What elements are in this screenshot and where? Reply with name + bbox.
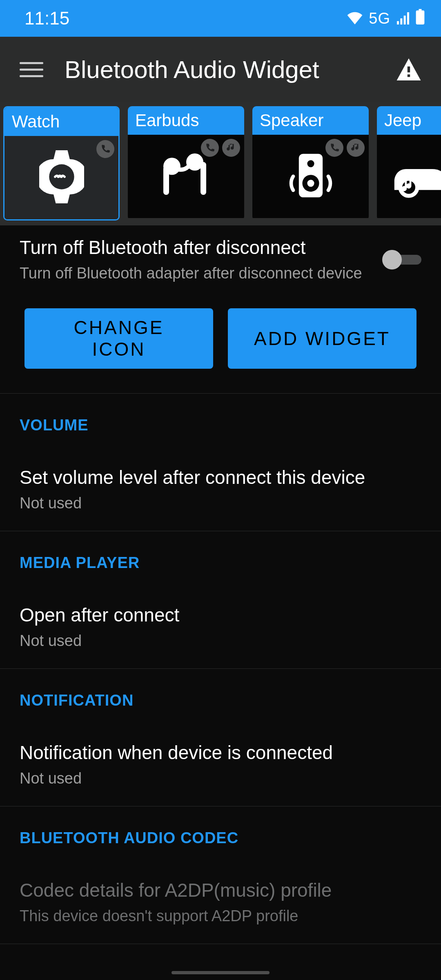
setting-bt-off[interactable]: Turn off Bluetooth after disconnect Turn… [0,225,441,291]
divider [0,944,441,944]
car-icon [389,153,441,200]
settings-list: Turn off Bluetooth after disconnect Turn… [0,225,441,944]
phone-badge-icon [96,140,114,158]
setting-sub: Not used [20,631,421,651]
button-row: CHANGE ICON ADD WIDGET [0,291,441,393]
change-icon-button[interactable]: CHANGE ICON [24,308,213,369]
menu-button[interactable] [20,58,43,81]
setting-title: Codec details for A2DP(music) profile [20,879,421,902]
setting-sub: Not used [20,494,421,513]
phone-badge-icon [201,139,219,157]
status-right: 5G [347,8,425,29]
svg-rect-4 [200,162,206,195]
setting-volume-level[interactable]: Set volume level after connect this devi… [0,441,441,531]
svg-point-6 [307,160,314,167]
section-header-codec: BLUETOOTH AUDIO CODEC [0,806,441,854]
status-time: 11:15 [24,8,69,29]
setting-title: Turn off Bluetooth after disconnect [20,236,382,260]
section-header-notification: NOTIFICATION [0,669,441,717]
setting-sub: This device doesn't support A2DP profile [20,906,421,926]
setting-sub: Not used [20,769,421,788]
signal-icon [396,8,410,29]
button-label: ADD WIDGET [254,328,390,350]
setting-notification-connected[interactable]: Notification when device is connected No… [0,717,441,806]
device-card-jeep[interactable]: Jeep [377,106,441,220]
music-badge-icon [222,139,240,157]
speaker-icon [286,151,335,202]
device-card-earbuds[interactable]: Earbuds [128,106,244,220]
device-title: Speaker [252,106,369,135]
setting-codec-details: Codec details for A2DP(music) profile Th… [0,854,441,944]
setting-sub: Turn off Bluetooth adapter after disconn… [20,264,382,283]
svg-point-8 [307,180,314,187]
warning-icon[interactable] [396,58,421,80]
device-title: Jeep [377,106,441,135]
music-badge-icon [347,139,365,157]
bt-off-switch[interactable] [382,250,421,270]
svg-rect-2 [163,166,169,195]
network-label: 5G [369,10,390,27]
wifi-icon [347,8,363,29]
device-title: Watch [4,107,118,136]
battery-icon [416,8,425,29]
device-card-speaker[interactable]: Speaker [252,106,369,220]
app-title: Bluetooth Audio Widget [65,56,375,84]
nav-handle[interactable] [172,971,270,974]
device-card-watch[interactable]: Watch [3,106,120,220]
section-header-volume: VOLUME [0,394,441,441]
section-header-media: MEDIA PLAYER [0,531,441,579]
setting-title: Open after connect [20,604,421,627]
button-label: CHANGE ICON [72,317,166,360]
add-widget-button[interactable]: ADD WIDGET [228,308,416,369]
watch-icon [39,150,84,205]
setting-title: Notification when device is connected [20,741,421,765]
app-bar: Bluetooth Audio Widget [0,37,441,102]
phone-badge-icon [325,139,343,157]
device-title: Earbuds [128,106,244,135]
device-row[interactable]: Watch Earbuds [0,102,441,225]
setting-title: Set volume level after connect this devi… [20,466,421,490]
setting-open-after-connect[interactable]: Open after connect Not used [0,579,441,668]
earbuds-icon [158,153,215,200]
status-bar: 11:15 5G [0,0,441,37]
